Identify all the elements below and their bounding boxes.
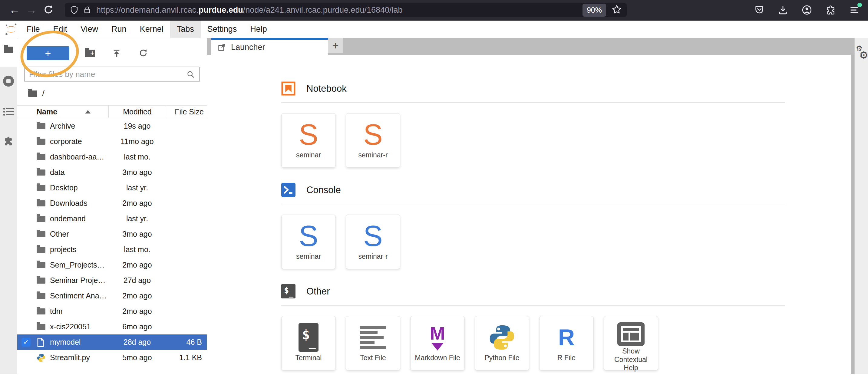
upload-button[interactable]	[110, 49, 123, 58]
column-header-modified[interactable]: Modified	[108, 106, 166, 118]
sort-ascending-icon	[85, 110, 91, 114]
back-button[interactable]: ←	[6, 3, 23, 17]
url-path: /node/a241.anvil.rcac.purdue.edu/16840/l…	[243, 5, 403, 14]
extensions-button[interactable]	[826, 5, 836, 15]
shield-icon[interactable]	[70, 5, 79, 15]
table-row-x-cis220051[interactable]: x-cis220051 6mo ago	[17, 319, 207, 335]
tab-launcher[interactable]: Launcher	[211, 38, 328, 55]
table-row-sentiment[interactable]: Sentiment Ana… 2mo ago	[17, 288, 207, 304]
zoom-level-badge[interactable]: 90%	[583, 4, 606, 17]
right-activity-bar: ⚙ ⚙	[855, 38, 868, 374]
folder-icon	[37, 247, 45, 253]
file-list: Archive 19s ago corporate 11mo ago dashb…	[17, 118, 207, 365]
folder-icon	[37, 185, 45, 191]
launcher-card-console-seminar[interactable]: S seminar	[281, 215, 336, 269]
folder-icon	[4, 46, 13, 53]
left-activity-bar	[0, 38, 17, 374]
folder-icon	[37, 200, 45, 207]
folder-icon	[37, 154, 45, 160]
python-icon	[488, 323, 516, 351]
markdown-icon: M	[430, 325, 445, 350]
table-row-ondemand[interactable]: ondemand last yr.	[17, 211, 207, 226]
folder-icon	[37, 293, 45, 299]
table-row-desktop[interactable]: Desktop last yr.	[17, 180, 207, 195]
folder-icon	[37, 138, 45, 145]
column-header-name[interactable]: Name	[37, 107, 108, 116]
menu-tabs[interactable]: Tabs	[170, 21, 201, 38]
launcher-section-other: $_ Other $_ Terminal	[281, 284, 785, 371]
new-launcher-button[interactable]: +	[27, 46, 69, 60]
breadcrumb-root[interactable]: /	[42, 89, 44, 98]
launcher-card-python-file[interactable]: Python File	[475, 316, 529, 371]
table-row-dashboard[interactable]: dashboard-aa… last mo.	[17, 149, 207, 165]
table-row-data[interactable]: data 3mo ago	[17, 165, 207, 180]
update-indicator-dot	[858, 3, 862, 7]
menu-settings[interactable]: Settings	[201, 21, 244, 38]
new-folder-button[interactable]	[83, 50, 97, 57]
url-bar[interactable]: https://ondemand.anvil.rcac.purdue.edu/n…	[65, 3, 627, 17]
kernel-logo-s: S	[299, 222, 318, 251]
sidebar-tab-running[interactable]	[0, 76, 17, 87]
launcher-card-console-seminar-r[interactable]: S seminar-r	[346, 215, 400, 269]
table-row-mymodel-selected[interactable]: ✓ mymodel 28d ago 46 B	[17, 335, 207, 350]
sidebar-tab-toc[interactable]	[0, 107, 17, 116]
new-folder-icon	[85, 50, 95, 57]
reload-icon	[43, 4, 54, 15]
menu-view[interactable]: View	[74, 21, 105, 38]
folder-icon	[37, 123, 45, 129]
section-divider	[281, 204, 785, 204]
menu-file[interactable]: File	[20, 21, 46, 38]
home-folder-icon[interactable]	[28, 91, 37, 97]
puzzle-piece-icon	[3, 135, 14, 147]
reload-button[interactable]	[40, 3, 57, 17]
pocket-button[interactable]	[754, 5, 765, 15]
new-tab-button[interactable]: +	[328, 38, 343, 53]
table-row-downloads[interactable]: Downloads 2mo ago	[17, 195, 207, 211]
panel-divider[interactable]	[851, 55, 855, 374]
table-row-other[interactable]: Other 3mo ago	[17, 226, 207, 242]
download-icon	[778, 5, 788, 15]
table-row-tdm[interactable]: tdm 2mo ago	[17, 304, 207, 319]
launcher-card-terminal[interactable]: $_ Terminal	[281, 316, 336, 371]
table-row-projects[interactable]: projects last mo.	[17, 242, 207, 257]
table-row-sem-projects[interactable]: Sem_Projects… 2mo ago	[17, 257, 207, 273]
menu-run[interactable]: Run	[105, 21, 133, 38]
launcher-card-contextual-help[interactable]: Show Contextual Help	[604, 316, 658, 371]
breadcrumb: /	[28, 89, 207, 98]
table-row-corporate[interactable]: corporate 11mo ago	[17, 134, 207, 149]
checked-checkbox-icon[interactable]: ✓	[22, 338, 31, 347]
sidebar-tab-filebrowser[interactable]	[0, 46, 17, 53]
menu-edit[interactable]: Edit	[46, 21, 74, 38]
account-button[interactable]	[801, 4, 812, 15]
app-menu-button[interactable]	[849, 5, 860, 15]
refresh-button[interactable]	[136, 49, 150, 58]
launcher-card-markdown-file[interactable]: M Markdown File	[410, 316, 465, 371]
bookmark-star-button[interactable]	[612, 4, 622, 16]
stop-circle-icon	[3, 76, 14, 87]
menu-help[interactable]: Help	[243, 21, 274, 38]
menu-kernel[interactable]: Kernel	[133, 21, 170, 38]
table-row-archive[interactable]: Archive 19s ago	[17, 118, 207, 134]
file-list-header: Name Modified File Size	[17, 105, 207, 118]
launcher-card-text-file[interactable]: Text File	[346, 316, 400, 371]
text-file-icon	[360, 326, 386, 349]
sidebar-tab-extensions[interactable]	[0, 135, 17, 147]
launcher-card-r-file[interactable]: R R File	[539, 316, 594, 371]
launcher-icon	[218, 43, 226, 52]
launcher-card-notebook-seminar-r[interactable]: S seminar-r	[346, 113, 400, 168]
search-icon	[186, 70, 195, 79]
column-header-size[interactable]: File Size	[166, 106, 207, 118]
file-browser-panel: +	[17, 38, 207, 374]
forward-button[interactable]: →	[23, 3, 40, 17]
section-divider	[281, 305, 785, 306]
table-row-streamlit[interactable]: Streamlit.py 5mo ago 1.1 KB	[17, 350, 207, 365]
lock-icon[interactable]	[83, 5, 91, 14]
filter-files-input[interactable]	[29, 70, 186, 79]
folder-icon	[37, 262, 45, 268]
python-file-icon	[37, 353, 46, 362]
table-row-seminar-projects[interactable]: Seminar Proje… 27d ago	[17, 273, 207, 288]
downloads-button[interactable]	[778, 5, 788, 15]
launcher-card-notebook-seminar[interactable]: S seminar	[281, 113, 336, 168]
folder-icon	[37, 278, 45, 284]
property-inspector-tab[interactable]: ⚙ ⚙	[855, 44, 868, 62]
